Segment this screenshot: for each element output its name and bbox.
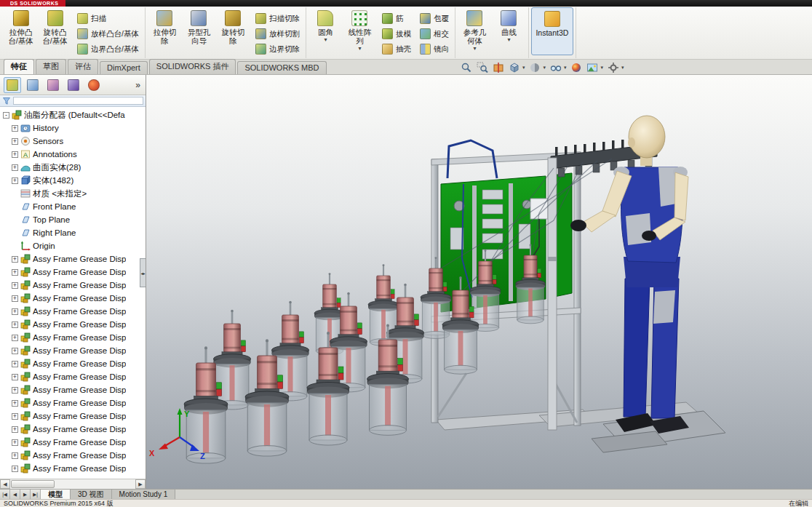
doc-nav-button[interactable]: ◀ [10,490,20,499]
expand-toggle[interactable]: + [12,177,18,184]
tree-item-assembly-component[interactable]: + Assy Frame Grease Disp [0,383,146,396]
display-style-arrow[interactable]: ▾ [544,65,546,71]
tab-evaluate[interactable]: 评估 [68,59,98,74]
tab-configurationmanager[interactable] [44,77,62,93]
tree-item-assembly-component[interactable]: + Assy Frame Grease Disp [0,252,146,266]
tab-featuremanager-tree[interactable] [4,77,21,93]
lofted-boss-base-button[interactable]: 放样凸台/基体 [75,28,141,40]
expand-toggle[interactable]: + [12,361,18,367]
expand-toggle[interactable]: + [12,269,18,276]
revolved-cut-button[interactable]: 旋转切 除 [216,7,250,55]
filter-input[interactable] [13,97,143,105]
tree-item-assembly-component[interactable]: + Assy Frame Grease Disp [0,331,146,344]
tab-features[interactable]: 特征 [4,59,34,74]
boundary-cut-button[interactable]: 边界切除 [253,43,302,55]
scroll-thumb[interactable] [11,480,55,488]
tree-item-assembly-component[interactable]: + Assy Frame Grease Disp [0,318,146,331]
tree-item[interactable]: Top Plane [0,213,146,226]
tab-dimxpertmanager[interactable] [65,77,82,93]
tree-item-assembly-component[interactable]: + Assy Frame Grease Disp [0,279,146,292]
fillet-button[interactable]: 圆角 ▾ [309,7,343,55]
tree-item[interactable]: + 曲面实体(28) [0,161,146,174]
tree-item[interactable]: Origin [0,239,146,252]
expand-toggle[interactable]: + [12,439,18,446]
expand-toggle[interactable]: + [12,295,18,302]
expand-toggle[interactable]: + [12,151,18,158]
display-style-icon[interactable] [529,62,541,74]
panel-overflow-chevron[interactable]: » [135,80,142,90]
expand-toggle[interactable] [12,217,18,223]
expand-toggle[interactable]: + [12,387,18,394]
tab-solidworks-addins[interactable]: SOLIDWORKS 插件 [149,59,236,74]
tree-item-assembly-component[interactable]: + Assy Frame Grease Disp [0,462,146,475]
reference-geometry-button[interactable]: 参考几 何体 ▾ [458,7,492,55]
tree-item-assembly-component[interactable]: + Assy Frame Grease Disp [0,344,146,357]
tree-root-item[interactable]: - 油脂分配器 (Default<<Defa [0,108,146,121]
shell-button[interactable]: 抽壳 [380,43,413,55]
tree-item[interactable]: 材质 <未指定> [0,187,146,200]
hide-show-items-icon[interactable] [549,62,562,74]
mirror-button[interactable]: 镜向 [418,43,451,55]
view-settings-icon[interactable] [607,62,619,74]
tab-solidworks-mbd[interactable]: SOLIDWORKS MBD [237,61,326,74]
doc-nav-button[interactable]: ▶ [20,490,31,499]
tab-motion-study-1[interactable]: Motion Study 1 [112,490,176,499]
tree-item-assembly-component[interactable]: + Assy Frame Grease Disp [0,449,146,462]
curves-button[interactable]: 曲线 ▾ [492,7,526,55]
swept-boss-base-button[interactable]: 扫描 [75,12,141,25]
expand-toggle[interactable]: + [12,466,18,472]
tree-item[interactable]: + 实体(1482) [0,174,146,187]
expand-toggle[interactable]: + [12,335,18,341]
extruded-boss-base-button[interactable]: 拉伸凸 台/基体 [4,7,38,55]
tree-item-assembly-component[interactable]: + Assy Frame Grease Disp [0,266,146,279]
tree-item-assembly-component[interactable]: + Assy Frame Grease Disp [0,357,146,370]
expand-toggle[interactable]: + [12,374,18,380]
extruded-cut-button[interactable]: 拉伸切 除 [148,7,182,55]
tab-sketch[interactable]: 草图 [36,59,66,74]
boundary-boss-base-button[interactable]: 边界凸台/基体 [75,43,141,55]
graphics-area[interactable]: Y X Z [146,75,812,489]
tree-item-assembly-component[interactable]: + Assy Frame Grease Disp [0,423,146,436]
tree-item[interactable]: Front Plane [0,200,146,213]
swept-cut-button[interactable]: 扫描切除 [253,12,302,25]
fillet-flyout-arrow[interactable]: ▾ [324,37,327,43]
doc-nav-button[interactable]: ▶| [31,490,41,499]
tab-dimxpert[interactable]: DimXpert [100,61,148,74]
expand-toggle[interactable] [12,204,18,210]
expand-toggle[interactable]: + [12,164,18,171]
panel-splitter[interactable]: ◂▸ [140,258,146,287]
edit-appearance-icon[interactable] [570,62,583,74]
expand-toggle[interactable]: + [12,452,18,459]
section-view-icon[interactable] [492,62,504,74]
tree-item[interactable]: + History [0,121,146,135]
scroll-left-button[interactable]: ◀ [0,479,10,489]
view-orientation-arrow[interactable]: ▾ [522,65,525,71]
zoom-area-icon[interactable] [476,62,488,74]
expand-toggle[interactable] [12,230,18,236]
tree-item-assembly-component[interactable]: + Assy Frame Grease Disp [0,410,146,423]
view-settings-arrow[interactable]: ▾ [621,65,624,71]
revolved-boss-base-button[interactable]: 旋转凸 台/基体 [38,7,72,55]
expand-toggle[interactable] [12,191,18,197]
apply-scene-arrow[interactable]: ▾ [601,65,604,71]
tree-item-assembly-component[interactable]: + Assy Frame Grease Disp [0,292,146,305]
curves-flyout-arrow[interactable]: ▾ [507,37,510,43]
zoom-fit-icon[interactable] [460,62,472,74]
tree-item[interactable]: Right Plane [0,226,146,239]
tree-item[interactable]: + Sensors [0,135,146,148]
view-orientation-icon[interactable] [508,62,520,74]
draft-button[interactable]: 拔模 [380,28,413,40]
expand-toggle[interactable]: + [12,308,18,315]
reference-geometry-flyout-arrow[interactable]: ▾ [473,46,476,52]
expand-toggle[interactable] [12,243,18,249]
expand-toggle[interactable]: + [12,282,18,289]
scroll-right-button[interactable]: ▶ [135,479,146,489]
expand-toggle[interactable]: + [12,322,18,328]
linear-pattern-button[interactable]: 线性阵 列 ▾ [343,7,377,55]
tree-item-assembly-component[interactable]: + Assy Frame Grease Disp [0,370,146,383]
expand-toggle[interactable]: + [12,256,18,263]
tab-3d-views[interactable]: 3D 视图 [71,490,112,499]
linear-pattern-flyout-arrow[interactable]: ▾ [358,46,361,52]
expand-toggle[interactable]: + [12,413,18,420]
lofted-cut-button[interactable]: 放样切割 [253,28,302,40]
